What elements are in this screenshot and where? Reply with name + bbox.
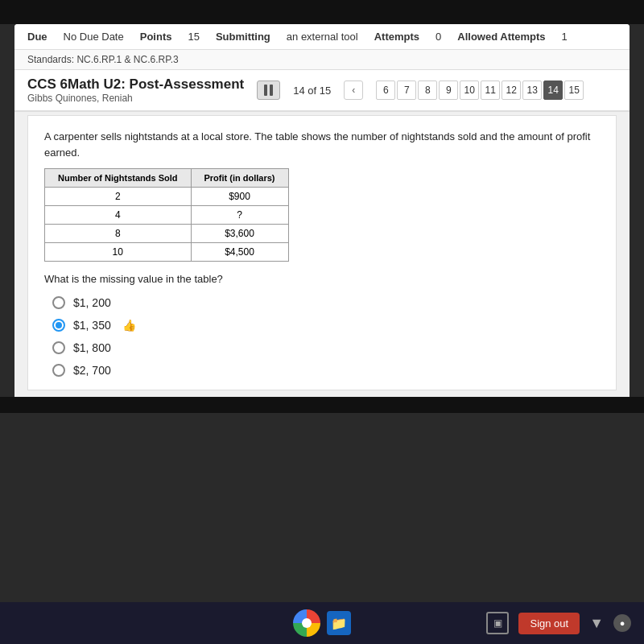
option-3-label: $1, 800 xyxy=(73,341,111,354)
student-name: Gibbs Quinones, Reniah xyxy=(27,93,244,104)
option-4-label: $2, 700 xyxy=(73,364,111,377)
table-row: 8$3,600 xyxy=(45,225,289,243)
table-cell-col1: 10 xyxy=(45,243,192,262)
page-13[interactable]: 13 xyxy=(522,80,542,100)
title-block: CCS 6Math U2: Post-Assessment Gibbs Quin… xyxy=(27,76,244,104)
submitting-value: an external tool xyxy=(287,31,358,43)
option-3[interactable]: $1, 800 xyxy=(52,341,600,354)
col2-header: Profit (in dollars) xyxy=(191,169,288,188)
browser-area: Due No Due Date Points 15 Submitting an … xyxy=(14,24,630,397)
table-cell-col2: $3,600 xyxy=(191,225,288,243)
missing-value-label: What is the missing value in the table? xyxy=(44,273,600,285)
page-10[interactable]: 10 xyxy=(460,80,479,100)
submitting-label: Submitting xyxy=(216,31,270,43)
assessment-title: CCS 6Math U2: Post-Assessment xyxy=(27,76,244,93)
standards-label: Standards: xyxy=(27,54,74,65)
standards-value: NC.6.RP.1 & NC.6.RP.3 xyxy=(76,54,178,65)
table-row: 10$4,500 xyxy=(45,243,289,262)
table-row: 4? xyxy=(45,206,289,225)
radio-4[interactable] xyxy=(52,364,65,377)
prev-page-button[interactable]: ‹ xyxy=(344,80,363,100)
radio-1[interactable] xyxy=(52,296,65,309)
taskbar: 📁 ▣ Sign out ▼ ● xyxy=(0,602,644,644)
option-4[interactable]: $2, 700 xyxy=(52,364,600,377)
option-1[interactable]: $1, 200 xyxy=(52,296,600,309)
table-row: 2$900 xyxy=(45,188,289,206)
page-14[interactable]: 14 xyxy=(543,80,563,100)
pause-bar-right xyxy=(270,85,273,96)
due-label: Due xyxy=(27,31,47,43)
option-2-label: $1, 350 xyxy=(73,319,111,332)
speaker-icon: ● xyxy=(613,614,631,632)
screen-icon: ▣ xyxy=(486,612,509,634)
question-area: A carpenter sells nightstands at a local… xyxy=(27,115,617,390)
standards-bar: Standards: NC.6.RP.1 & NC.6.RP.3 xyxy=(14,50,630,70)
page-15[interactable]: 15 xyxy=(564,80,584,100)
hand-icon: 👍 xyxy=(122,319,136,332)
screen: Due No Due Date Points 15 Submitting an … xyxy=(0,0,644,644)
page-numbers: 6 7 8 9 10 11 12 13 14 15 xyxy=(376,80,584,100)
pause-bar-left xyxy=(264,85,267,96)
allowed-attempts-label: Allowed Attempts xyxy=(457,31,545,43)
page-count: 14 of 15 xyxy=(293,85,331,97)
points-value: 15 xyxy=(188,31,199,43)
col1-header: Number of Nightstands Sold xyxy=(45,169,192,188)
data-table: Number of Nightstands Sold Profit (in do… xyxy=(44,168,289,262)
title-bar: CCS 6Math U2: Post-Assessment Gibbs Quin… xyxy=(14,70,630,112)
page-7[interactable]: 7 xyxy=(397,80,416,100)
mic-icon: ▼ xyxy=(589,615,604,632)
radio-2[interactable] xyxy=(52,319,65,332)
radio-3[interactable] xyxy=(52,341,65,354)
info-bar: Due No Due Date Points 15 Submitting an … xyxy=(14,24,630,50)
dark-bottom xyxy=(0,397,644,413)
chrome-icon[interactable] xyxy=(293,609,320,637)
allowed-attempts-value: 1 xyxy=(562,31,568,43)
page-9[interactable]: 9 xyxy=(439,80,458,100)
table-cell-col2: $900 xyxy=(191,188,288,206)
monitor-top-bezel xyxy=(0,0,644,24)
table-cell-col1: 8 xyxy=(45,225,192,243)
taskbar-center: 📁 xyxy=(293,609,351,637)
page-12[interactable]: 12 xyxy=(502,80,521,100)
option-2[interactable]: $1, 350 👍 xyxy=(52,319,600,332)
due-value: No Due Date xyxy=(64,31,124,43)
page-8[interactable]: 8 xyxy=(418,80,437,100)
answer-options: $1, 200 $1, 350 👍 $1, 800 $2, 700 xyxy=(44,296,600,377)
option-1-label: $1, 200 xyxy=(73,296,111,309)
pause-button[interactable] xyxy=(257,80,280,100)
attempts-value: 0 xyxy=(436,31,441,43)
points-label: Points xyxy=(140,31,172,43)
attempts-label: Attempts xyxy=(374,31,419,43)
table-cell-col2: ? xyxy=(191,206,288,225)
taskbar-right: ▣ Sign out ▼ ● xyxy=(486,612,631,634)
question-text: A carpenter sells nightstands at a local… xyxy=(44,129,600,160)
table-cell-col1: 2 xyxy=(45,188,192,206)
table-cell-col2: $4,500 xyxy=(191,243,288,262)
files-icon[interactable]: 📁 xyxy=(327,611,351,635)
table-cell-col1: 4 xyxy=(45,206,192,225)
sign-out-button[interactable]: Sign out xyxy=(518,613,580,634)
page-6[interactable]: 6 xyxy=(376,80,395,100)
page-11[interactable]: 11 xyxy=(481,80,500,100)
